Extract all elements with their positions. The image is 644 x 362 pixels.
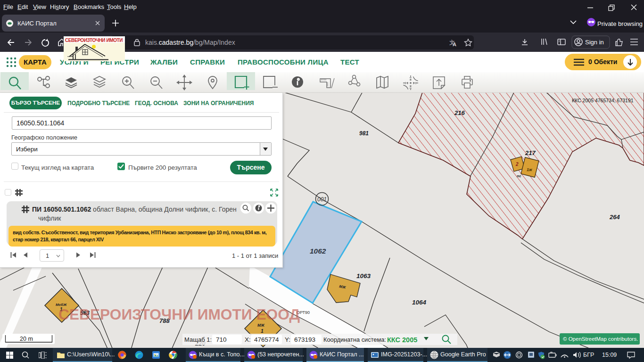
svg-text:Y:: Y:	[285, 336, 290, 343]
svg-text:1ж: 1ж	[527, 167, 532, 172]
svg-text:X:: X:	[245, 336, 251, 343]
svg-text:Координатна система:: Координатна система:	[323, 336, 386, 343]
svg-text:2: 2	[515, 162, 519, 167]
svg-text:20 m: 20 m	[20, 336, 33, 342]
svg-text:981: 981	[359, 130, 369, 137]
svg-text:1062: 1062	[310, 247, 326, 255]
svg-text:216: 216	[454, 109, 465, 116]
svg-text:264: 264	[609, 214, 620, 221]
svg-text:СЕВЕРОИЗТОЧНИ ИМОТИ ЕООД: СЕВЕРОИЗТОЧНИ ИМОТИ ЕООД	[58, 306, 300, 323]
svg-text:пс: пс	[517, 174, 521, 178]
svg-text:Sign in: Sign in	[585, 39, 604, 46]
svg-text:ККС 2005 4765734, 673191: ККС 2005 4765734, 673191	[572, 98, 634, 103]
svg-text:1064: 1064	[412, 299, 427, 306]
svg-text:МЖ: МЖ	[257, 323, 265, 328]
svg-text:217: 217	[525, 149, 536, 156]
svg-text:ККС 2005: ККС 2005	[387, 336, 417, 344]
svg-text:Мащаб 1:: Мащаб 1:	[184, 336, 212, 343]
svg-text:1: 1	[261, 328, 264, 334]
svg-text:673193: 673193	[294, 336, 315, 343]
svg-text:A: A	[453, 41, 456, 47]
svg-text:1063: 1063	[356, 272, 371, 280]
svg-text:710: 710	[216, 336, 227, 343]
svg-text:© OpenStreetMap contributor: © OpenStreetMap contributors.	[563, 336, 638, 342]
svg-text:001: 001	[317, 196, 327, 203]
svg-text:4765774: 4765774	[254, 336, 279, 343]
